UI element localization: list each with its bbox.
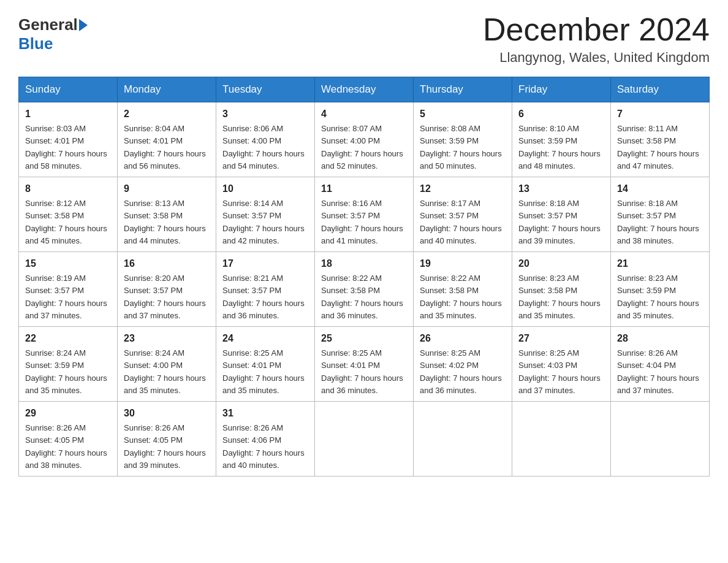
sunrise-info: Sunrise: 8:26 AM	[25, 423, 86, 432]
daylight-minutes: and 48 minutes.	[518, 161, 575, 170]
calendar-cell: 21 Sunrise: 8:23 AM Sunset: 3:59 PM Dayl…	[611, 252, 710, 327]
page-header: General Blue December 2024 Llangynog, Wa…	[18, 12, 710, 66]
daylight-minutes: and 54 minutes.	[222, 161, 279, 170]
daylight-info: Daylight: 7 hours hours	[25, 448, 107, 458]
sunrise-info: Sunrise: 8:03 AM	[25, 124, 86, 133]
daylight-minutes: and 52 minutes.	[321, 161, 378, 170]
calendar-cell: 9 Sunrise: 8:13 AM Sunset: 3:58 PM Dayli…	[118, 177, 216, 252]
day-number: 5	[420, 107, 506, 121]
calendar-cell: 24 Sunrise: 8:25 AM Sunset: 4:01 PM Dayl…	[216, 327, 315, 402]
sunset-info: Sunset: 4:01 PM	[321, 361, 380, 370]
daylight-minutes: and 37 minutes.	[25, 311, 82, 320]
header-friday: Friday	[512, 77, 611, 102]
calendar-cell: 18 Sunrise: 8:22 AM Sunset: 3:58 PM Dayl…	[315, 252, 414, 327]
sunset-info: Sunset: 3:58 PM	[518, 286, 577, 295]
sunrise-info: Sunrise: 8:25 AM	[222, 348, 283, 358]
sunset-info: Sunset: 4:05 PM	[25, 435, 84, 445]
sunrise-info: Sunrise: 8:19 AM	[25, 274, 86, 283]
daylight-minutes: and 39 minutes.	[518, 236, 575, 245]
sunrise-info: Sunrise: 8:22 AM	[321, 274, 382, 283]
logo-arrow-icon	[79, 19, 88, 31]
calendar-cell	[512, 402, 611, 477]
daylight-info: Daylight: 7 hours hours	[124, 224, 206, 233]
calendar-cell: 14 Sunrise: 8:18 AM Sunset: 3:57 PM Dayl…	[611, 177, 710, 252]
calendar-cell: 19 Sunrise: 8:22 AM Sunset: 3:58 PM Dayl…	[414, 252, 512, 327]
calendar-cell: 28 Sunrise: 8:26 AM Sunset: 4:04 PM Dayl…	[611, 327, 710, 402]
sunset-info: Sunset: 3:58 PM	[25, 211, 84, 220]
calendar-cell: 5 Sunrise: 8:08 AM Sunset: 3:59 PM Dayli…	[414, 102, 512, 177]
daylight-minutes: and 35 minutes.	[25, 386, 82, 395]
sunset-info: Sunset: 4:00 PM	[321, 136, 380, 145]
daylight-minutes: and 40 minutes.	[420, 236, 477, 245]
sunset-info: Sunset: 3:58 PM	[321, 286, 380, 295]
calendar-cell: 13 Sunrise: 8:18 AM Sunset: 3:57 PM Dayl…	[512, 177, 611, 252]
sunset-info: Sunset: 4:01 PM	[222, 361, 281, 370]
daylight-minutes: and 56 minutes.	[124, 161, 181, 170]
logo: General Blue	[18, 12, 89, 53]
calendar-cell: 4 Sunrise: 8:07 AM Sunset: 4:00 PM Dayli…	[315, 102, 414, 177]
calendar-cell: 1 Sunrise: 8:03 AM Sunset: 4:01 PM Dayli…	[19, 102, 118, 177]
day-number: 1	[25, 107, 111, 121]
sunset-info: Sunset: 3:59 PM	[25, 361, 84, 370]
daylight-info: Daylight: 7 hours hours	[518, 224, 601, 233]
calendar-cell: 22 Sunrise: 8:24 AM Sunset: 3:59 PM Dayl…	[19, 327, 118, 402]
day-number: 13	[518, 182, 604, 196]
sunset-info: Sunset: 3:59 PM	[617, 286, 676, 295]
calendar-table: Sunday Monday Tuesday Wednesday Thursday…	[18, 77, 710, 477]
sunset-info: Sunset: 3:59 PM	[420, 136, 479, 145]
daylight-minutes: and 58 minutes.	[25, 161, 82, 170]
sunrise-info: Sunrise: 8:18 AM	[617, 199, 678, 208]
day-number: 12	[420, 182, 506, 196]
daylight-minutes: and 35 minutes.	[518, 311, 575, 320]
day-number: 29	[25, 406, 111, 421]
sunrise-info: Sunrise: 8:13 AM	[124, 199, 184, 208]
sunrise-info: Sunrise: 8:04 AM	[124, 124, 184, 133]
day-number: 24	[222, 331, 308, 346]
day-number: 2	[124, 107, 210, 121]
daylight-minutes: and 47 minutes.	[617, 161, 674, 170]
calendar-cell: 16 Sunrise: 8:20 AM Sunset: 3:57 PM Dayl…	[118, 252, 216, 327]
daylight-minutes: and 35 minutes.	[124, 386, 181, 395]
sunset-info: Sunset: 3:59 PM	[518, 136, 577, 145]
calendar-week-row: 15 Sunrise: 8:19 AM Sunset: 3:57 PM Dayl…	[19, 252, 710, 327]
daylight-info: Daylight: 7 hours hours	[25, 224, 107, 233]
calendar-cell: 30 Sunrise: 8:26 AM Sunset: 4:05 PM Dayl…	[118, 402, 216, 477]
daylight-info: Daylight: 7 hours hours	[124, 373, 206, 383]
sunrise-info: Sunrise: 8:26 AM	[617, 348, 678, 358]
day-number: 8	[25, 182, 111, 196]
sunset-info: Sunset: 3:57 PM	[222, 286, 281, 295]
day-number: 11	[321, 182, 407, 196]
sunrise-info: Sunrise: 8:17 AM	[420, 199, 480, 208]
daylight-minutes: and 36 minutes.	[222, 311, 279, 320]
daylight-info: Daylight: 7 hours hours	[617, 373, 699, 383]
sunrise-info: Sunrise: 8:21 AM	[222, 274, 283, 283]
daylight-info: Daylight: 7 hours hours	[321, 299, 403, 308]
sunset-info: Sunset: 3:57 PM	[518, 211, 577, 220]
sunset-info: Sunset: 3:57 PM	[222, 211, 281, 220]
sunrise-info: Sunrise: 8:12 AM	[25, 199, 86, 208]
day-number: 31	[222, 406, 308, 421]
daylight-minutes: and 40 minutes.	[222, 461, 279, 470]
daylight-info: Daylight: 7 hours hours	[420, 149, 502, 158]
daylight-minutes: and 42 minutes.	[222, 236, 279, 245]
sunset-info: Sunset: 4:06 PM	[222, 435, 281, 445]
sunrise-info: Sunrise: 8:25 AM	[321, 348, 382, 358]
header-saturday: Saturday	[611, 77, 710, 102]
day-number: 25	[321, 331, 407, 346]
calendar-week-row: 22 Sunrise: 8:24 AM Sunset: 3:59 PM Dayl…	[19, 327, 710, 402]
day-number: 19	[420, 256, 506, 271]
day-number: 27	[518, 331, 604, 346]
header-monday: Monday	[118, 77, 216, 102]
day-number: 3	[222, 107, 308, 121]
sunset-info: Sunset: 3:58 PM	[617, 136, 676, 145]
calendar-cell: 27 Sunrise: 8:25 AM Sunset: 4:03 PM Dayl…	[512, 327, 611, 402]
calendar-cell: 15 Sunrise: 8:19 AM Sunset: 3:57 PM Dayl…	[19, 252, 118, 327]
daylight-minutes: and 37 minutes.	[617, 386, 674, 395]
sunrise-info: Sunrise: 8:22 AM	[420, 274, 480, 283]
weekday-header-row: Sunday Monday Tuesday Wednesday Thursday…	[19, 77, 710, 102]
daylight-minutes: and 37 minutes.	[518, 386, 575, 395]
daylight-info: Daylight: 7 hours hours	[420, 299, 502, 308]
calendar-cell: 11 Sunrise: 8:16 AM Sunset: 3:57 PM Dayl…	[315, 177, 414, 252]
header-sunday: Sunday	[19, 77, 118, 102]
daylight-minutes: and 36 minutes.	[420, 386, 477, 395]
